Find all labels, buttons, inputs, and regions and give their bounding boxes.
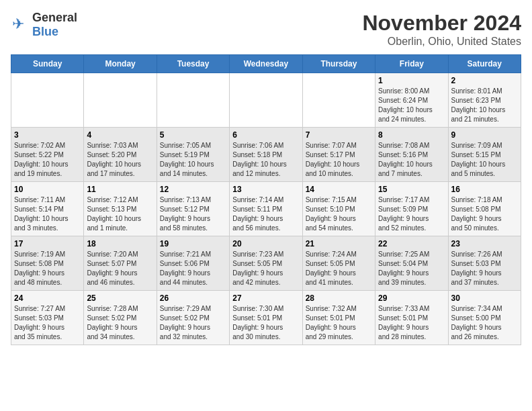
calendar-header: SundayMondayTuesdayWednesdayThursdayFrid…	[11, 55, 521, 73]
day-info: Sunrise: 7:14 AM Sunset: 5:11 PM Dayligh…	[232, 195, 299, 233]
day-number: 9	[451, 130, 518, 140]
calendar-cell: 25Sunrise: 7:28 AM Sunset: 5:02 PM Dayli…	[84, 291, 157, 345]
day-info: Sunrise: 7:21 AM Sunset: 5:06 PM Dayligh…	[160, 250, 226, 287]
day-number: 24	[14, 293, 81, 303]
day-number: 22	[378, 239, 445, 248]
day-info: Sunrise: 7:03 AM Sunset: 5:20 PM Dayligh…	[87, 141, 153, 179]
calendar-cell: 10Sunrise: 7:11 AM Sunset: 5:14 PM Dayli…	[11, 182, 84, 236]
day-info: Sunrise: 7:32 AM Sunset: 5:01 PM Dayligh…	[306, 304, 372, 342]
day-info: Sunrise: 7:07 AM Sunset: 5:17 PM Dayligh…	[306, 141, 372, 179]
day-info: Sunrise: 7:15 AM Sunset: 5:10 PM Dayligh…	[306, 195, 372, 233]
day-number: 7	[306, 130, 372, 140]
day-info: Sunrise: 7:12 AM Sunset: 5:13 PM Dayligh…	[87, 195, 153, 233]
day-info: Sunrise: 7:30 AM Sunset: 5:01 PM Dayligh…	[232, 304, 299, 342]
calendar-week-2: 3Sunrise: 7:02 AM Sunset: 5:22 PM Daylig…	[11, 128, 521, 182]
day-number: 21	[306, 239, 372, 248]
day-header-sunday: Sunday	[11, 55, 84, 73]
day-number: 8	[378, 130, 445, 140]
day-number: 26	[160, 293, 226, 303]
calendar-cell	[302, 73, 375, 128]
day-info: Sunrise: 7:08 AM Sunset: 5:16 PM Dayligh…	[378, 141, 445, 179]
calendar-cell	[157, 73, 229, 128]
day-info: Sunrise: 7:34 AM Sunset: 5:00 PM Dayligh…	[451, 304, 518, 342]
calendar-cell: 3Sunrise: 7:02 AM Sunset: 5:22 PM Daylig…	[11, 128, 84, 182]
day-number: 30	[451, 293, 518, 303]
day-number: 11	[87, 185, 153, 194]
day-number: 28	[306, 293, 372, 303]
day-number: 23	[451, 239, 518, 248]
day-info: Sunrise: 7:23 AM Sunset: 5:05 PM Dayligh…	[232, 250, 299, 287]
calendar-cell: 18Sunrise: 7:20 AM Sunset: 5:07 PM Dayli…	[84, 236, 157, 291]
svg-text:✈: ✈	[12, 15, 24, 32]
day-number: 19	[160, 239, 226, 248]
day-number: 12	[160, 185, 226, 194]
logo-blue: Blue	[32, 25, 58, 38]
calendar-cell: 9Sunrise: 7:09 AM Sunset: 5:15 PM Daylig…	[448, 128, 521, 182]
day-info: Sunrise: 7:05 AM Sunset: 5:19 PM Dayligh…	[160, 141, 226, 179]
day-header-saturday: Saturday	[448, 55, 521, 73]
logo: ✈ General Blue	[11, 11, 77, 39]
day-info: Sunrise: 7:29 AM Sunset: 5:02 PM Dayligh…	[160, 304, 226, 342]
page-subtitle: Oberlin, Ohio, United States	[362, 36, 521, 48]
calendar-table: SundayMondayTuesdayWednesdayThursdayFrid…	[11, 54, 521, 345]
day-number: 25	[87, 293, 153, 303]
day-header-thursday: Thursday	[302, 55, 375, 73]
day-number: 20	[232, 239, 299, 248]
calendar-cell: 15Sunrise: 7:17 AM Sunset: 5:09 PM Dayli…	[375, 182, 448, 236]
calendar-cell: 30Sunrise: 7:34 AM Sunset: 5:00 PM Dayli…	[448, 291, 521, 345]
day-header-wednesday: Wednesday	[230, 55, 302, 73]
title-area: November 2024 Oberlin, Ohio, United Stat…	[362, 11, 521, 48]
calendar-cell: 12Sunrise: 7:13 AM Sunset: 5:12 PM Dayli…	[157, 182, 229, 236]
calendar-cell: 11Sunrise: 7:12 AM Sunset: 5:13 PM Dayli…	[84, 182, 157, 236]
day-info: Sunrise: 7:20 AM Sunset: 5:07 PM Dayligh…	[87, 250, 153, 287]
calendar-week-5: 24Sunrise: 7:27 AM Sunset: 5:03 PM Dayli…	[11, 291, 521, 345]
calendar-cell: 21Sunrise: 7:24 AM Sunset: 5:05 PM Dayli…	[302, 236, 375, 291]
calendar-cell: 23Sunrise: 7:26 AM Sunset: 5:03 PM Dayli…	[448, 236, 521, 291]
day-number: 29	[378, 293, 445, 303]
calendar-cell	[84, 73, 157, 128]
day-info: Sunrise: 7:06 AM Sunset: 5:18 PM Dayligh…	[232, 141, 299, 179]
day-number: 1	[378, 76, 445, 85]
day-number: 6	[232, 130, 299, 140]
calendar-cell: 22Sunrise: 7:25 AM Sunset: 5:04 PM Dayli…	[375, 236, 448, 291]
day-info: Sunrise: 8:00 AM Sunset: 6:24 PM Dayligh…	[378, 87, 445, 124]
calendar-cell: 27Sunrise: 7:30 AM Sunset: 5:01 PM Dayli…	[230, 291, 302, 345]
calendar-cell: 1Sunrise: 8:00 AM Sunset: 6:24 PM Daylig…	[375, 73, 448, 128]
calendar-cell: 5Sunrise: 7:05 AM Sunset: 5:19 PM Daylig…	[157, 128, 229, 182]
calendar-cell: 24Sunrise: 7:27 AM Sunset: 5:03 PM Dayli…	[11, 291, 84, 345]
calendar-cell: 13Sunrise: 7:14 AM Sunset: 5:11 PM Dayli…	[230, 182, 302, 236]
day-number: 15	[378, 185, 445, 194]
day-info: Sunrise: 7:02 AM Sunset: 5:22 PM Dayligh…	[14, 141, 81, 179]
day-info: Sunrise: 7:18 AM Sunset: 5:08 PM Dayligh…	[451, 195, 518, 233]
calendar-week-4: 17Sunrise: 7:19 AM Sunset: 5:08 PM Dayli…	[11, 236, 521, 291]
calendar-cell: 29Sunrise: 7:33 AM Sunset: 5:01 PM Dayli…	[375, 291, 448, 345]
calendar-week-1: 1Sunrise: 8:00 AM Sunset: 6:24 PM Daylig…	[11, 73, 521, 128]
day-number: 5	[160, 130, 226, 140]
day-number: 2	[451, 76, 518, 85]
calendar-cell	[11, 73, 84, 128]
day-info: Sunrise: 8:01 AM Sunset: 6:23 PM Dayligh…	[451, 87, 518, 124]
day-number: 3	[14, 130, 81, 140]
day-info: Sunrise: 7:27 AM Sunset: 5:03 PM Dayligh…	[14, 304, 81, 342]
header: ✈ General Blue November 2024 Oberlin, Oh…	[11, 11, 521, 48]
page-title: November 2024	[362, 11, 521, 36]
day-info: Sunrise: 7:24 AM Sunset: 5:05 PM Dayligh…	[306, 250, 372, 287]
day-info: Sunrise: 7:25 AM Sunset: 5:04 PM Dayligh…	[378, 250, 445, 287]
calendar-cell: 19Sunrise: 7:21 AM Sunset: 5:06 PM Dayli…	[157, 236, 229, 291]
calendar-cell: 17Sunrise: 7:19 AM Sunset: 5:08 PM Dayli…	[11, 236, 84, 291]
day-info: Sunrise: 7:26 AM Sunset: 5:03 PM Dayligh…	[451, 250, 518, 287]
calendar-cell: 4Sunrise: 7:03 AM Sunset: 5:20 PM Daylig…	[84, 128, 157, 182]
calendar-cell: 28Sunrise: 7:32 AM Sunset: 5:01 PM Dayli…	[302, 291, 375, 345]
logo-icon: ✈	[11, 15, 30, 34]
day-header-monday: Monday	[84, 55, 157, 73]
header-row: SundayMondayTuesdayWednesdayThursdayFrid…	[11, 55, 521, 73]
day-number: 10	[14, 185, 81, 194]
logo-text: General Blue	[32, 11, 77, 39]
calendar-week-3: 10Sunrise: 7:11 AM Sunset: 5:14 PM Dayli…	[11, 182, 521, 236]
day-number: 14	[306, 185, 372, 194]
calendar-cell: 8Sunrise: 7:08 AM Sunset: 5:16 PM Daylig…	[375, 128, 448, 182]
day-header-tuesday: Tuesday	[157, 55, 229, 73]
day-info: Sunrise: 7:09 AM Sunset: 5:15 PM Dayligh…	[451, 141, 518, 179]
day-number: 16	[451, 185, 518, 194]
day-number: 4	[87, 130, 153, 140]
